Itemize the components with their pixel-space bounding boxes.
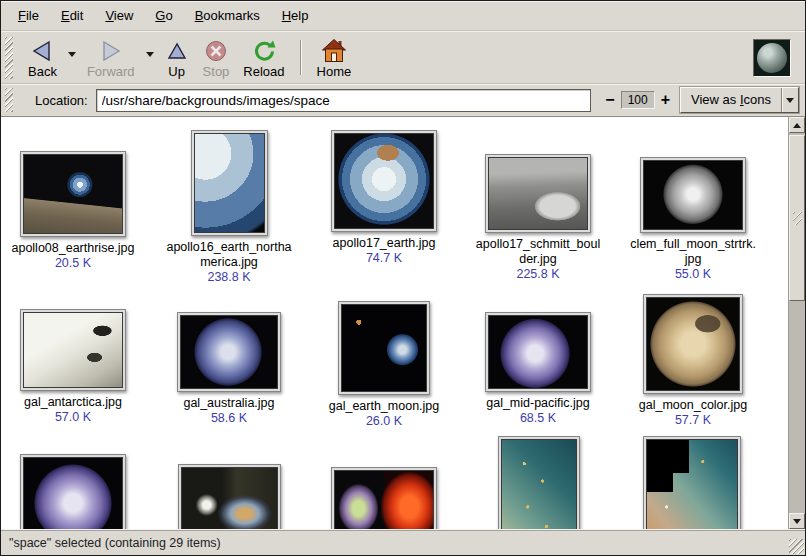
thumbnail-frame: [331, 467, 437, 529]
file-item[interactable]: gal_australia.jpg58.6 K: [152, 312, 306, 426]
back-button-label: Back: [28, 64, 57, 79]
earth-full-thumbnail: [334, 133, 434, 229]
scrollbar-grip-icon: [793, 212, 802, 225]
back-history-dropdown[interactable]: [64, 52, 80, 57]
status-text: "space" selected (containing 29 items): [9, 536, 221, 550]
file-name: apollo16_earth_northa merica.jpg: [166, 240, 291, 270]
moonscape-thumbnail: [488, 157, 588, 230]
stop-button: Stop: [196, 34, 237, 81]
thumbnail-frame: [20, 309, 126, 391]
stop-icon: [204, 37, 228, 64]
file-item[interactable]: gal_moon_color.jpg57.7 K: [616, 294, 770, 428]
status-bar: "space" selected (containing 29 items): [1, 529, 805, 555]
file-item[interactable]: apollo08_earthrise.jpg20.5 K: [1, 151, 150, 271]
menu-edit[interactable]: Edit: [50, 3, 94, 28]
file-size: 57.7 K: [675, 413, 711, 428]
forward-button-label: Forward: [87, 64, 135, 79]
menu-go[interactable]: Go: [144, 3, 183, 28]
resize-grip[interactable]: [789, 539, 804, 554]
file-name: gal_earth_moon.jpg: [329, 399, 440, 414]
scrollbar-thumb[interactable]: [789, 135, 805, 301]
up-arrow-icon: [165, 37, 189, 64]
up-button-label: Up: [168, 64, 185, 79]
vertical-scrollbar[interactable]: [788, 117, 805, 529]
menu-bookmarks[interactable]: Bookmarks: [184, 3, 271, 28]
zoom-controls: − 100 +: [603, 91, 672, 109]
up-button[interactable]: Up: [158, 34, 196, 81]
file-size: 20.5 K: [55, 256, 91, 271]
file-item[interactable]: apollo16_earth_northa merica.jpg238.8 K: [152, 130, 306, 285]
view-as-label: View as Icons: [681, 88, 781, 112]
home-button-label: Home: [317, 64, 352, 79]
file-item[interactable]: [462, 436, 616, 529]
thumbnail-frame: [485, 154, 591, 233]
file-item[interactable]: [307, 467, 461, 529]
zoom-level: 100: [621, 91, 655, 109]
home-button[interactable]: Home: [310, 34, 359, 81]
toolbar: BackForwardUpStopReloadHome: [1, 31, 805, 84]
file-name: apollo17_earth.jpg: [333, 236, 436, 251]
arrow-down-icon: [793, 519, 801, 524]
view-as-dropdown-arrow[interactable]: [781, 88, 798, 112]
file-item[interactable]: gal_mid-pacific.jpg68.5 K: [461, 312, 615, 426]
content-area: apollo08_earthrise.jpg20.5 Kapollo16_ear…: [1, 117, 805, 529]
forward-history-dropdown[interactable]: [142, 52, 158, 57]
file-item[interactable]: clem_full_moon_strtrk. jpg55.0 K: [616, 157, 770, 282]
earth-purple2-thumbnail: [23, 457, 123, 529]
file-size: 74.7 K: [366, 251, 402, 266]
file-item[interactable]: [615, 436, 769, 529]
scroll-down-button[interactable]: [789, 513, 805, 529]
thumbnail-frame: [640, 157, 746, 233]
file-item[interactable]: gal_antarctica.jpg57.0 K: [1, 309, 150, 425]
chevron-down-icon: [68, 52, 76, 57]
file-item[interactable]: apollo17_earth.jpg74.7 K: [307, 130, 461, 266]
file-item[interactable]: gal_earth_moon.jpg26.0 K: [307, 301, 461, 429]
file-item[interactable]: [1, 454, 150, 529]
zoom-out-button[interactable]: −: [603, 91, 616, 109]
file-manager-window: FileEditViewGoBookmarksHelp BackForwardU…: [0, 0, 806, 556]
menu-help[interactable]: Help: [271, 3, 320, 28]
throbber-orb-icon: [757, 43, 787, 73]
file-name: clem_full_moon_strtrk. jpg: [630, 237, 756, 267]
zoom-in-button[interactable]: +: [659, 91, 672, 109]
file-name: gal_moon_color.jpg: [639, 398, 747, 413]
file-size: 58.6 K: [211, 411, 247, 426]
file-item[interactable]: apollo17_schmitt_boul der.jpg225.8 K: [461, 154, 615, 282]
galaxies-thumbnail: [181, 467, 278, 529]
file-size: 225.8 K: [516, 267, 559, 282]
scroll-up-button[interactable]: [789, 117, 805, 133]
reload-button[interactable]: Reload: [236, 34, 291, 81]
file-name: gal_mid-pacific.jpg: [486, 396, 590, 411]
reload-icon: [252, 37, 276, 64]
thumbnail-frame: [191, 130, 268, 236]
file-size: 68.5 K: [520, 411, 556, 426]
thumbnail-frame: [20, 454, 126, 529]
location-bar-drag-handle[interactable]: [5, 88, 13, 112]
file-size: 26.0 K: [366, 414, 402, 429]
nebula-step-thumbnail: [646, 439, 738, 529]
menu-bar: FileEditViewGoBookmarksHelp: [1, 1, 805, 31]
throbber: [753, 39, 791, 77]
menu-view[interactable]: View: [94, 3, 144, 28]
thumbnail-frame: [20, 151, 126, 237]
file-size: 238.8 K: [207, 270, 250, 285]
file-name: apollo17_schmitt_boul der.jpg: [476, 237, 600, 267]
menu-file[interactable]: File: [7, 3, 50, 28]
view-as-selector[interactable]: View as Icons: [680, 87, 799, 113]
file-item[interactable]: [152, 464, 306, 529]
chevron-down-icon: [146, 52, 154, 57]
earth-moon-thumbnail: [341, 304, 427, 392]
file-name: apollo08_earthrise.jpg: [11, 241, 134, 256]
toolbar-drag-handle[interactable]: [5, 37, 13, 79]
nebula-pair-thumbnail: [334, 470, 434, 529]
file-name: gal_australia.jpg: [183, 396, 274, 411]
earthrise-thumbnail: [23, 154, 123, 234]
forward-button: Forward: [80, 34, 142, 81]
file-name: gal_antarctica.jpg: [24, 395, 122, 410]
thumbnail-frame: [485, 312, 591, 392]
location-input[interactable]: [96, 89, 592, 112]
back-button[interactable]: Back: [21, 34, 64, 81]
moon-tan-thumbnail: [646, 297, 740, 391]
thumbnail-frame: [643, 294, 743, 394]
file-size: 55.0 K: [675, 267, 711, 282]
